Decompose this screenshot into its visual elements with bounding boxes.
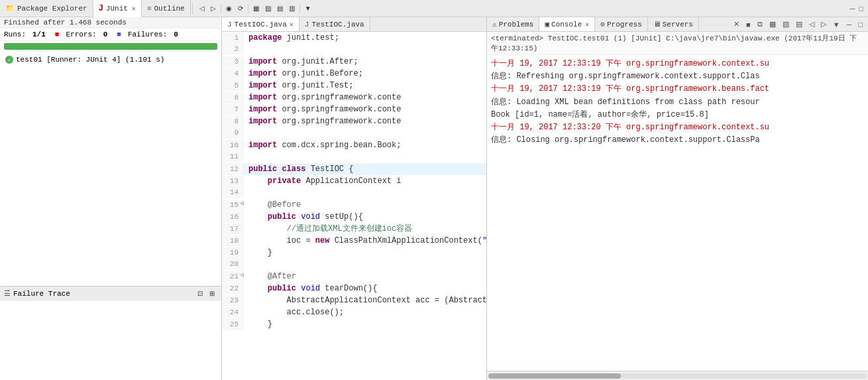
- toolbar-btn-3[interactable]: ▦: [250, 3, 262, 13]
- toolbar-forward-btn[interactable]: ▷: [208, 3, 219, 13]
- console-btn-2[interactable]: ▧: [780, 19, 792, 30]
- servers-tab-label: Servers: [663, 21, 693, 29]
- code-line: 4 import org.junit.Before;: [222, 68, 486, 80]
- console-btn-5[interactable]: ▷: [818, 19, 829, 30]
- test-item[interactable]: ✓ test01 [Runner: JUnit 4] (1.101 s): [3, 54, 219, 65]
- editor-tab-close-1[interactable]: ✕: [290, 21, 294, 29]
- failures-value: 0: [174, 31, 178, 38]
- tab-junit[interactable]: J JUnit ✕: [93, 0, 142, 17]
- top-tab-bar: 📁 Package Explorer J JUnit ✕ ≡ Outline ◁…: [0, 0, 868, 17]
- runs-value: 1/1: [32, 31, 46, 38]
- console-copy-btn[interactable]: ⧉: [755, 19, 765, 30]
- console-btn-4[interactable]: ◁: [806, 19, 817, 30]
- status-bar: Finished after 1.468 seconds: [0, 17, 221, 29]
- code-line: 25 }: [222, 318, 486, 330]
- code-line: 20: [222, 259, 486, 271]
- minimize-btn[interactable]: ─: [848, 5, 857, 13]
- console-btn-1[interactable]: ▦: [767, 19, 779, 30]
- code-line: 11: [222, 151, 486, 163]
- console-scrollbar[interactable]: [487, 371, 868, 380]
- failure-trace-panel: [0, 300, 221, 380]
- problems-icon: ⚠: [492, 20, 497, 29]
- toolbar-btn-4[interactable]: ▧: [262, 3, 274, 13]
- code-line: 5 import org.junit.Test;: [222, 80, 486, 92]
- editor-tab-testioc-inactive[interactable]: J TestIOC.java: [299, 17, 370, 31]
- console-dropdown-btn[interactable]: ▼: [830, 19, 843, 30]
- toolbar-btn-1[interactable]: ◉: [223, 3, 235, 13]
- failure-trace-action-2[interactable]: ⊞: [207, 288, 217, 298]
- console-line: 信息: Closing org.springframework.context.…: [491, 134, 864, 147]
- errors-label: Errors:: [66, 31, 96, 38]
- console-tab-console[interactable]: ▣ Console ✕: [539, 17, 595, 31]
- code-editor-panel: J TestIOC.java ✕ J TestIOC.java 1 packag…: [222, 17, 487, 380]
- failures-label: Failures:: [128, 31, 167, 38]
- code-line: 6 import org.springframework.conte: [222, 92, 486, 103]
- tab-label: Outline: [154, 5, 184, 13]
- editor-tab-label-1: TestIOC.java: [235, 21, 287, 29]
- code-line: 24 acc.close();: [222, 306, 486, 318]
- servers-icon: 🖥: [653, 20, 661, 29]
- console-scrollbar-track[interactable]: [488, 373, 867, 379]
- editor-tab-testioc-active[interactable]: J TestIOC.java ✕: [222, 17, 299, 31]
- tab-outline[interactable]: ≡ Outline: [142, 0, 191, 17]
- console-icon: ▣: [545, 20, 549, 29]
- progress-icon: ⊙: [600, 20, 605, 29]
- close-icon[interactable]: ✕: [132, 5, 136, 13]
- console-output[interactable]: 十一月 19, 2017 12:33:19 下午 org.springframe…: [487, 55, 868, 371]
- test-tree: ✓ test01 [Runner: JUnit 4] (1.101 s): [0, 52, 221, 286]
- console-tab-label: Console: [551, 21, 582, 29]
- outline-icon: ≡: [147, 5, 152, 13]
- code-line: 10 import com.dcx.spring.bean.Book;: [222, 139, 486, 151]
- code-area[interactable]: 1 package junit.test; 2 3 import org.jun…: [222, 32, 486, 380]
- console-actions: ✕ ■ ⧉ ▦ ▧ ▤ ◁ ▷ ▼ ─ □: [731, 19, 868, 30]
- code-line: 21◁ @After: [222, 271, 486, 283]
- console-stop-btn[interactable]: ■: [743, 19, 753, 30]
- console-tab-bar: ⚠ Problems ▣ Console ✕ ⊙ Progress 🖥 Serv…: [487, 17, 868, 32]
- code-line: 3 import org.junit.After;: [222, 56, 486, 68]
- console-line: 十一月 19, 2017 12:33:19 下午 org.springframe…: [491, 83, 864, 95]
- code-line: 13 private ApplicationContext i: [222, 175, 486, 187]
- test-pass-icon: ✓: [5, 56, 13, 64]
- code-line: 17 //通过加载XML文件来创建ioc容器: [222, 223, 486, 235]
- console-status-text: <terminated> TestIOC.test01 (1) [JUnit] …: [491, 34, 857, 52]
- code-line: 2: [222, 44, 486, 56]
- toolbar-dropdown-btn[interactable]: ▼: [302, 3, 314, 13]
- failure-trace-actions: ⊡ ⊞: [195, 288, 217, 298]
- errors-value: 0: [103, 31, 108, 38]
- code-line: 18 ioc = new ClassPathXmlApplicationCont…: [222, 235, 486, 247]
- console-tab-problems[interactable]: ⚠ Problems: [487, 17, 539, 31]
- java-file-icon-1: J: [227, 21, 232, 29]
- failure-trace-action-1[interactable]: ⊡: [195, 288, 205, 298]
- toolbar-btn-2[interactable]: ⟳: [235, 3, 246, 13]
- code-line: 16 public void setUp(){: [222, 211, 486, 223]
- toolbar-btn-5[interactable]: ▤: [274, 3, 286, 13]
- console-tab-progress[interactable]: ⊙ Progress: [595, 17, 647, 31]
- console-btn-3[interactable]: ▤: [793, 19, 805, 30]
- code-line: 1 package junit.test;: [222, 32, 486, 44]
- code-line: 7 import org.springframework.conte: [222, 103, 486, 115]
- failure-trace-icon: ☰: [4, 289, 11, 298]
- console-line: Book [id=1, name=活着, author=余华, price=15…: [491, 109, 864, 121]
- console-panel: ⚠ Problems ▣ Console ✕ ⊙ Progress 🖥 Serv…: [487, 17, 868, 380]
- code-line: 9: [222, 127, 486, 139]
- maximize-btn[interactable]: □: [857, 5, 865, 13]
- toolbar-back-btn[interactable]: ◁: [197, 3, 207, 13]
- failure-trace-bar: ☰ Failure Trace ⊡ ⊞: [0, 286, 221, 300]
- code-line: 22 public void tearDown(){: [222, 283, 486, 294]
- console-tab-servers[interactable]: 🖥 Servers: [648, 17, 699, 31]
- failure-icon: ■: [117, 31, 121, 38]
- problems-tab-label: Problems: [499, 21, 534, 29]
- failure-trace-label: Failure Trace: [13, 290, 70, 298]
- status-text: Finished after 1.468 seconds: [4, 19, 127, 27]
- tab-bar-actions: ─ □: [848, 0, 868, 17]
- tab-package-explorer[interactable]: 📁 Package Explorer: [0, 0, 93, 17]
- console-minimize-btn[interactable]: ─: [844, 19, 855, 30]
- code-line: 19 }: [222, 247, 486, 259]
- console-scrollbar-thumb[interactable]: [488, 373, 621, 379]
- console-line: 信息: Refreshing org.springframework.conte…: [491, 70, 864, 83]
- console-tab-close[interactable]: ✕: [585, 21, 589, 29]
- console-maximize-btn[interactable]: □: [855, 19, 865, 30]
- console-line: 信息: Loading XML bean definitions from cl…: [491, 96, 864, 109]
- console-clear-btn[interactable]: ✕: [731, 19, 742, 30]
- toolbar-btn-6[interactable]: ▥: [286, 3, 298, 13]
